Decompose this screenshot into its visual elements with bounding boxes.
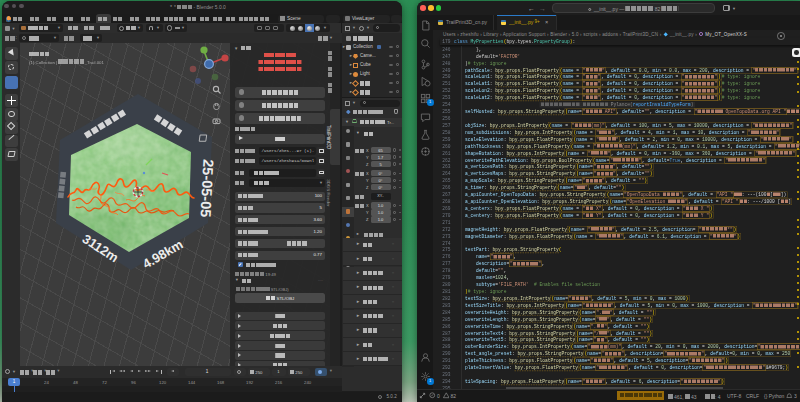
svg-text:25-05-05: 25-05-05: [197, 159, 216, 218]
